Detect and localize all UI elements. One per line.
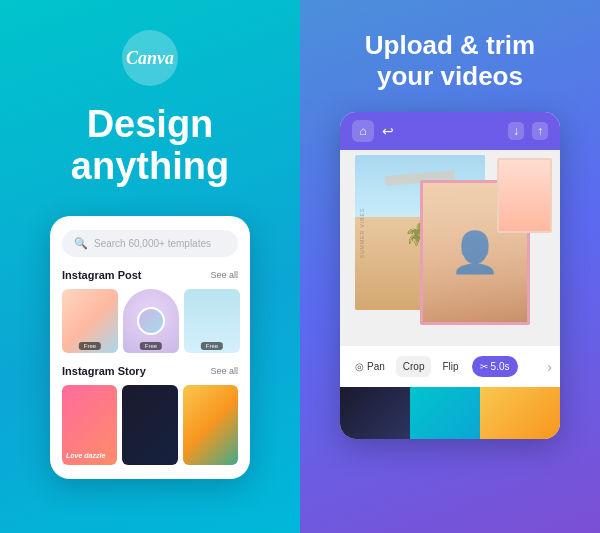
right-panel: Upload & trim your videos ⌂ ↩ ↓ ↑ [300,0,600,533]
left-panel: Canva Design anything 🔍 Search 60,000+ t… [0,0,300,533]
film-frame-2[interactable] [410,387,480,439]
editor-canvas: 🌴 SUMMER VIBES 👤 [340,150,560,345]
instagram-post-header: Instagram Post See all [62,269,238,281]
flip-tool-button[interactable]: Flip [435,356,465,377]
free-badge-3: Free [201,342,223,350]
instagram-story-title: Instagram Story [62,365,146,377]
free-badge-2: Free [140,342,162,350]
tagline: Design anything [71,104,229,188]
photo-small [497,158,552,233]
filmstrip [340,387,560,439]
editor-mockup: ⌂ ↩ ↓ ↑ 🌴 SUMMER VIBES [340,112,560,439]
right-tagline: Upload & trim your videos [365,30,535,92]
instagram-post-title: Instagram Post [62,269,141,281]
search-icon: 🔍 [74,237,88,250]
instagram-story-see-all[interactable]: See all [210,366,238,376]
flip-label: Flip [442,361,458,372]
avatar [137,307,165,335]
toolbar-right: ↓ ↑ [508,122,548,140]
home-button[interactable]: ⌂ [352,120,374,142]
instagram-post-grid: Free Free Free [62,289,238,353]
duration-label: 5.0s [491,361,510,372]
undo-button[interactable]: ↩ [382,123,394,139]
template-card-1[interactable]: Free [62,289,118,353]
download-button[interactable]: ↓ [508,122,524,140]
pan-label: Pan [367,361,385,372]
home-icon: ⌂ [359,124,366,138]
chevron-right-icon[interactable]: › [547,359,552,375]
crop-tool-button[interactable]: Crop [396,356,432,377]
toolbar-left: ⌂ ↩ [352,120,394,142]
search-bar[interactable]: 🔍 Search 60,000+ templates [62,230,238,257]
duration-button[interactable]: ✂ 5.0s [472,356,518,377]
crop-label: Crop [403,361,425,372]
film-frame-3[interactable] [480,387,560,439]
story-card-1[interactable]: Love dazzle [62,385,117,465]
search-placeholder: Search 60,000+ templates [94,238,211,249]
instagram-post-see-all[interactable]: See all [210,270,238,280]
editor-toolbar: ⌂ ↩ ↓ ↑ [340,112,560,150]
story-card-2[interactable] [122,385,177,465]
editor-bottom-bar: ◎ Pan Crop Flip ✂ 5.0s › [340,345,560,387]
story-card-3[interactable] [183,385,238,465]
template-card-2[interactable]: Free [123,289,179,353]
phone-mockup: 🔍 Search 60,000+ templates Instagram Pos… [50,216,250,479]
pan-icon: ◎ [355,361,364,372]
canva-logo: Canva [122,30,178,86]
free-badge-1: Free [79,342,101,350]
pan-tool-button[interactable]: ◎ Pan [348,356,392,377]
scissors-icon: ✂ [480,361,488,372]
instagram-story-header: Instagram Story See all [62,365,238,377]
template-card-3[interactable]: Free [184,289,240,353]
vertical-text: SUMMER VIBES [359,208,365,258]
instagram-story-grid: Love dazzle [62,385,238,465]
film-frame-1[interactable] [340,387,410,439]
share-button[interactable]: ↑ [532,122,548,140]
